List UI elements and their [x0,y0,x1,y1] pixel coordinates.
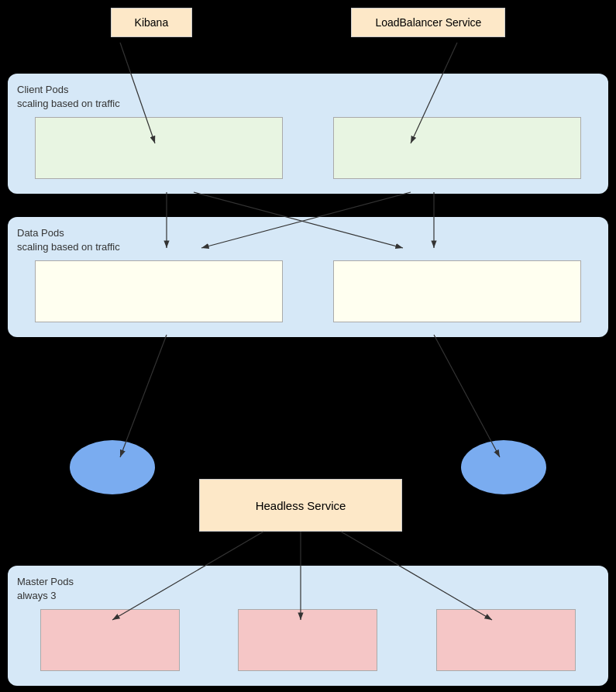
oval-left [70,440,155,494]
master-pod-3 [436,609,576,671]
diagram: Kibana LoadBalancer Service Client Podss… [0,0,616,692]
data-pod-1 [35,260,283,322]
top-boxes: Kibana LoadBalancer Service [0,8,616,37]
data-pods-row [17,260,599,322]
master-pod-1 [40,609,180,671]
oval-right [461,440,546,494]
client-pod-1 [35,117,283,179]
client-pods-section: Client Podsscaling based on traffic [8,74,608,194]
master-pods-section: Master Podsalways 3 [8,566,608,686]
master-pods-label: Master Podsalways 3 [17,575,599,603]
data-pods-section: Data Podsscaling based on traffic [8,217,608,337]
client-pods-row [17,117,599,179]
headless-service-box: Headless Service [199,479,402,532]
svg-line-8 [434,335,500,457]
headless-service-label: Headless Service [256,499,346,512]
client-pods-label: Client Podsscaling based on traffic [17,83,599,111]
client-pod-2 [333,117,581,179]
svg-line-7 [120,335,167,457]
data-pods-label: Data Podsscaling based on traffic [17,226,599,254]
kibana-label: Kibana [135,16,169,29]
data-pod-2 [333,260,581,322]
master-pods-row [17,609,599,671]
master-pod-2 [238,609,377,671]
loadbalancer-box: LoadBalancer Service [351,8,505,37]
kibana-box: Kibana [111,8,193,37]
loadbalancer-label: LoadBalancer Service [375,16,481,29]
